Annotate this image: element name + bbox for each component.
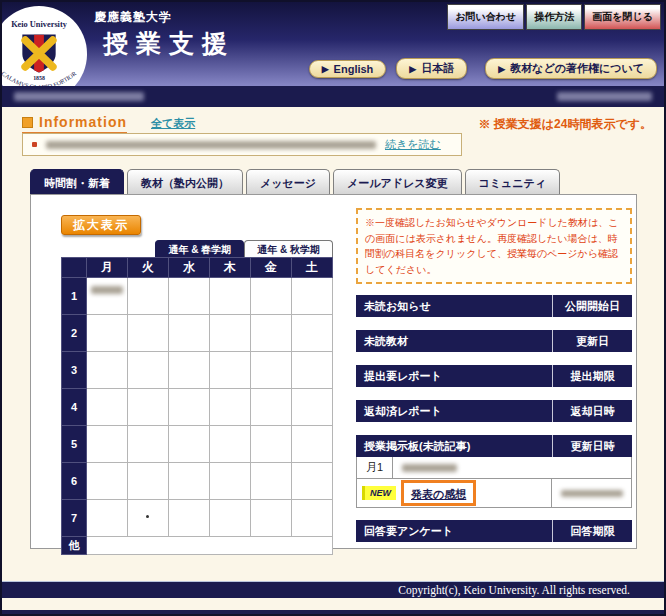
timetable-cell	[251, 315, 292, 352]
timetable-cell	[210, 463, 251, 500]
arrow-icon: ▶	[409, 64, 416, 74]
timetable-cell	[251, 463, 292, 500]
board-slot-label: 月1	[357, 457, 393, 478]
term-tab-spring[interactable]: 通年 & 春学期	[155, 240, 244, 257]
close-screen-button[interactable]: 画面を閉じる	[584, 4, 661, 30]
section-date-col: 公開開始日	[552, 295, 632, 317]
day-header-mon: 月	[87, 258, 128, 278]
new-badge: NEW	[362, 486, 396, 500]
timetable-cell	[169, 315, 210, 352]
howto-button[interactable]: 操作方法	[526, 4, 582, 30]
timetable-other-cell	[87, 537, 333, 555]
bullet-icon	[32, 142, 37, 147]
always-on-notice: ※ 授業支援は24時間表示です。	[478, 116, 652, 133]
section-date-col: 回答期限	[552, 520, 632, 542]
period-label-other: 他	[62, 537, 87, 555]
highlight-box: 発表の感想	[401, 480, 476, 506]
timetable-cell	[251, 278, 292, 315]
content-panel: 拡大表示 通年 & 春学期 通年 & 秋学期 月 火 水 木 金 土	[30, 194, 637, 549]
tab-timetable-new[interactable]: 時間割・新着	[30, 169, 124, 194]
tab-materials[interactable]: 教材（塾内公開）	[127, 169, 243, 194]
arrow-icon: ▶	[498, 64, 505, 74]
timetable-cell	[169, 389, 210, 426]
period-label-5: 5	[62, 426, 87, 463]
section-surveys-due: 回答要アンケート 回答期限	[356, 520, 632, 542]
day-header-sat: 土	[292, 258, 333, 278]
section-reports-due: 提出要レポート 提出期限	[356, 365, 632, 387]
page-body: Information 全て表示 ※ 授業支援は24時間表示です。 続きを読む …	[2, 107, 664, 581]
japanese-button-label: 日本語	[421, 61, 454, 76]
period-label-7: 7	[62, 500, 87, 537]
term-tab-fall[interactable]: 通年 & 秋学期	[244, 240, 333, 257]
day-header-wed: 水	[169, 258, 210, 278]
right-panel: ※一度確認したお知らせやダウンロードした教材は、この画面には表示されません。再度…	[356, 208, 632, 542]
timetable-cell	[87, 500, 128, 537]
english-button[interactable]: ▶ English	[309, 60, 387, 78]
day-header-thu: 木	[210, 258, 251, 278]
timetable-cell	[210, 278, 251, 315]
section-class-board: 授業掲示板(未読記事) 更新日時	[356, 435, 632, 457]
timetable: 月 火 水 木 金 土 1	[61, 257, 333, 555]
section-date-col: 更新日時	[552, 435, 632, 457]
period-label-6: 6	[62, 463, 87, 500]
section-label: 未読教材	[356, 330, 552, 352]
expand-view-button[interactable]: 拡大表示	[61, 215, 141, 235]
timetable-cell	[169, 352, 210, 389]
timetable-cell	[128, 463, 169, 500]
section-label: 回答要アンケート	[356, 520, 552, 542]
timetable-cell	[169, 278, 210, 315]
timetable-cell	[128, 500, 169, 537]
section-unread-materials: 未読教材 更新日	[356, 330, 632, 352]
timetable-cell	[210, 426, 251, 463]
information-row: Information 全て表示	[22, 114, 195, 133]
lms-window: Keio University 1858 CALAMVS GLADIO FORT…	[0, 0, 666, 616]
stray-dot	[146, 515, 149, 518]
timetable-cell	[251, 500, 292, 537]
tab-email-change[interactable]: メールアドレス変更	[333, 169, 462, 194]
english-button-label: English	[334, 63, 374, 75]
timetable-cell	[292, 463, 333, 500]
section-label: 授業掲示板(未読記事)	[356, 435, 552, 457]
timetable-cell	[87, 389, 128, 426]
arrow-icon: ▶	[322, 64, 329, 74]
tab-messages[interactable]: メッセージ	[246, 169, 330, 194]
day-header-tue: 火	[128, 258, 169, 278]
timetable-cell	[128, 426, 169, 463]
board-new-entry-row: NEW 発表の感想	[356, 479, 632, 508]
timetable-cell	[251, 352, 292, 389]
redacted-datetime	[557, 92, 652, 101]
redacted-course-link[interactable]	[91, 286, 123, 294]
information-icon	[22, 117, 33, 128]
board-entry-link[interactable]: 発表の感想	[411, 488, 466, 500]
period-label-3: 3	[62, 352, 87, 389]
tab-community[interactable]: コミュニティ	[465, 169, 561, 194]
information-heading-wrap: Information	[22, 114, 127, 133]
timetable-cell	[87, 463, 128, 500]
board-course-row: 月1	[356, 457, 632, 479]
materials-copyright-button[interactable]: ▶ 教材などの著作権について	[485, 58, 657, 79]
read-more-link[interactable]: 続きを読む	[385, 137, 441, 152]
section-returned-reports: 返却済レポート 返却日時	[356, 400, 632, 422]
section-unread-announcements: 未読お知らせ 公開開始日	[356, 295, 632, 317]
timetable-cell	[292, 315, 333, 352]
timetable-cell	[292, 500, 333, 537]
language-row: ▶ English ▶ 日本語 ▶ 教材などの著作権について	[2, 58, 657, 79]
contact-button[interactable]: お問い合わせ	[447, 4, 524, 30]
timetable-cell	[87, 315, 128, 352]
period-label-4: 4	[62, 389, 87, 426]
section-label: 返却済レポート	[356, 400, 552, 422]
timetable-cell	[210, 500, 251, 537]
timetable-cell	[169, 426, 210, 463]
header-buttons: お問い合わせ 操作方法 画面を閉じる	[447, 4, 661, 30]
timetable-cell	[128, 315, 169, 352]
redacted-board-course[interactable]	[402, 464, 457, 472]
timetable-corner	[62, 258, 87, 278]
section-date-col: 返却日時	[552, 400, 632, 422]
timetable-cell	[251, 426, 292, 463]
show-all-link[interactable]: 全て表示	[151, 116, 195, 131]
redacted-board-date	[561, 490, 623, 497]
timetable-cell	[210, 315, 251, 352]
redacted-announcement-text	[46, 141, 376, 149]
timetable-cell	[292, 278, 333, 315]
japanese-button[interactable]: ▶ 日本語	[396, 58, 467, 79]
